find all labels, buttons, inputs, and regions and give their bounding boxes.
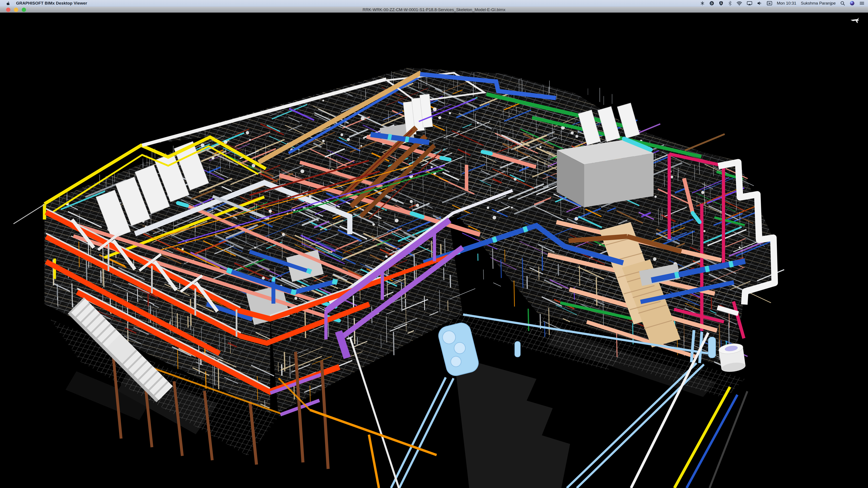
window-title-bar[interactable]: RRK-WRK-00-ZZ-CM-W-0001-S1-P18.8-Service…	[0, 7, 868, 13]
spotlight-search-icon[interactable]	[840, 0, 845, 6]
window-title: RRK-WRK-00-ZZ-CM-W-0001-S1-P18.8-Service…	[0, 7, 868, 12]
apple-logo	[6, 1, 10, 6]
bim-model-canvas[interactable]	[0, 12, 868, 488]
volume-icon[interactable]	[757, 0, 762, 6]
control-list-icon[interactable]	[859, 0, 865, 6]
screen-mirroring-icon[interactable]	[747, 0, 752, 6]
model-viewport-3d[interactable]	[0, 12, 868, 488]
d-badge-icon[interactable]: D	[709, 0, 714, 6]
siri-icon[interactable]	[849, 0, 855, 6]
shield-s-icon[interactable]: S	[719, 0, 723, 6]
pipe-sleeve-2	[515, 341, 520, 357]
person-asterisk-icon[interactable]	[700, 0, 705, 6]
wifi-icon[interactable]	[737, 0, 742, 6]
svg-text:S: S	[720, 2, 722, 5]
bluetooth-icon[interactable]	[728, 0, 732, 6]
character-viewer-icon[interactable]	[767, 0, 772, 6]
menu-user[interactable]: Sukshma Paranjpe	[801, 1, 836, 6]
apple-menu-icon[interactable]	[6, 0, 10, 6]
white-tank	[718, 342, 746, 373]
svg-text:D: D	[711, 2, 713, 5]
app-menu-title[interactable]: GRAPHISOFT BIMx Desktop Viewer	[16, 1, 87, 6]
menu-clock[interactable]: Mon 10:31	[777, 1, 796, 6]
pipe-sleeve	[708, 337, 716, 358]
menu-bar: GRAPHISOFT BIMx Desktop Viewer D S	[0, 0, 868, 7]
